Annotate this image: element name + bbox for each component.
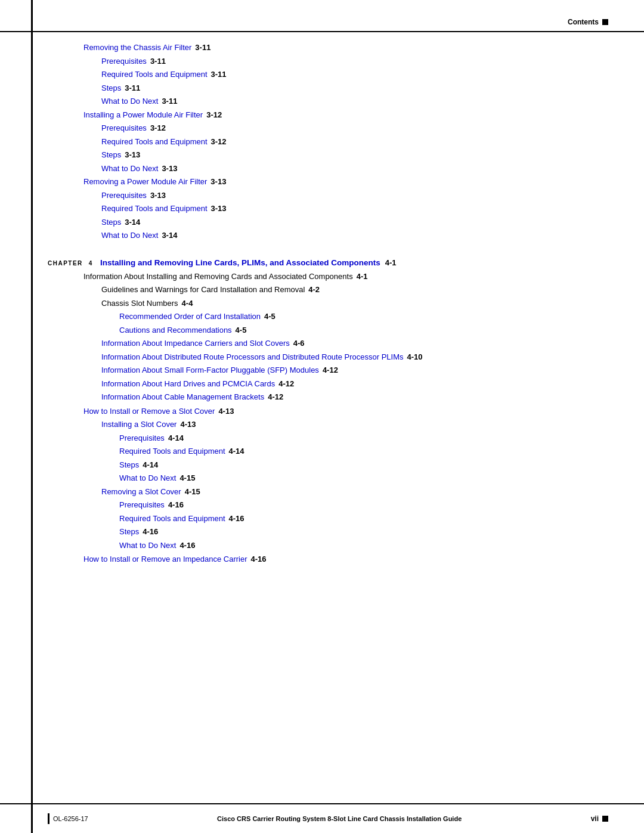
footer-title: Cisco CRS Carrier Routing System 8-Slot … <box>88 815 591 822</box>
toc-link-impedance-carriers[interactable]: Information About Impedance Carriers and… <box>101 337 290 349</box>
top-border <box>0 31 644 32</box>
footer-left-bar-icon <box>48 813 49 824</box>
toc-num-whatnext-3: 3-14 <box>162 230 177 241</box>
toc-entry-whatnext-5: What to Do Next 4-16 <box>119 540 608 552</box>
toc-link-prereq-3[interactable]: Prerequisites <box>101 190 147 202</box>
toc-entry-slot-cover-how: How to Install or Remove a Slot Cover 4-… <box>83 405 608 417</box>
toc-link-impedance-how[interactable]: How to Install or Remove an Impedance Ca… <box>83 553 247 565</box>
toc-num-impedance-carriers: 4-6 <box>293 337 305 349</box>
toc-num-recommended-order: 4-5 <box>264 311 275 323</box>
toc-entry-sfp: Information About Small Form-Factor Plug… <box>101 364 608 376</box>
toc-entry-removing-chassis-air-filter: Removing the Chassis Air Filter 3-11 <box>83 42 608 54</box>
toc-num-steps-2: 3-13 <box>125 149 140 161</box>
toc-num-steps-1: 3-11 <box>125 82 140 94</box>
toc-entry-recommended-order: Recommended Order of Card Installation 4… <box>119 311 608 323</box>
toc-entry-drp: Information About Distributed Route Proc… <box>101 351 608 363</box>
toc-num-prereq-3: 3-13 <box>150 190 166 202</box>
toc-link-steps-5[interactable]: Steps <box>119 526 139 538</box>
toc-entry-prereq-1: Prerequisites 3-11 <box>101 55 608 67</box>
toc-entry-tools-1: Required Tools and Equipment 3-11 <box>101 69 608 80</box>
toc-link-removing-chassis-air-filter[interactable]: Removing the Chassis Air Filter <box>83 42 191 54</box>
toc-num-impedance-how: 4-16 <box>251 553 267 565</box>
toc-link-sfp[interactable]: Information About Small Form-Factor Plug… <box>101 364 319 376</box>
toc-entry-prereq-3: Prerequisites 3-13 <box>101 190 608 202</box>
toc-link-steps-2[interactable]: Steps <box>101 149 121 161</box>
footer-left: OL-6256-17 <box>48 813 88 824</box>
toc-link-steps-1[interactable]: Steps <box>101 82 121 94</box>
toc-num-prereq-5: 4-16 <box>168 499 184 511</box>
toc-entry-tools-5: Required Tools and Equipment 4-16 <box>119 513 608 525</box>
toc-entry-whatnext-4: What to Do Next 4-15 <box>119 472 608 484</box>
toc-link-slot-cover-how[interactable]: How to Install or Remove a Slot Cover <box>83 405 215 417</box>
toc-link-cable-mgmt[interactable]: Information About Cable Management Brack… <box>101 391 264 403</box>
toc-num-cautions: 4-5 <box>236 324 247 336</box>
toc-num-prereq-1: 3-11 <box>150 55 166 67</box>
toc-link-whatnext-4[interactable]: What to Do Next <box>119 472 176 484</box>
toc-entry-whatnext-1: What to Do Next 3-11 <box>101 95 608 107</box>
toc-link-tools-4[interactable]: Required Tools and Equipment <box>119 445 225 457</box>
toc-link-remove-pm-filter[interactable]: Removing a Power Module Air Filter <box>83 176 207 188</box>
toc-link-tools-5[interactable]: Required Tools and Equipment <box>119 513 225 525</box>
toc-link-recommended-order[interactable]: Recommended Order of Card Installation <box>119 311 261 323</box>
chapter-4-title[interactable]: Installing and Removing Line Cards, PLIM… <box>100 258 380 267</box>
toc-text-guidelines: Guidelines and Warnings for Card Install… <box>101 284 305 296</box>
toc-chapter4: Information About Installing and Removin… <box>48 271 608 565</box>
footer-square-icon <box>602 816 608 822</box>
toc-link-install-pm-filter[interactable]: Installing a Power Module Air Filter <box>83 109 203 121</box>
toc-link-prereq-5[interactable]: Prerequisites <box>119 499 165 511</box>
toc-entry-prereq-4: Prerequisites 4-14 <box>119 432 608 444</box>
toc-link-prereq-1[interactable]: Prerequisites <box>101 55 147 67</box>
toc-entry-impedance-carriers: Information About Impedance Carriers and… <box>101 337 608 349</box>
toc-entry-tools-4: Required Tools and Equipment 4-14 <box>119 445 608 457</box>
toc-num-remove-slot-cover: 4-15 <box>185 486 200 498</box>
contents-text: Contents <box>568 18 599 26</box>
toc-entry-prereq-5: Prerequisites 4-16 <box>119 499 608 511</box>
toc-entry-steps-5: Steps 4-16 <box>119 526 608 538</box>
toc-link-tools-2[interactable]: Required Tools and Equipment <box>101 136 208 148</box>
toc-num-steps-3: 3-14 <box>125 216 140 228</box>
toc-link-remove-slot-cover[interactable]: Removing a Slot Cover <box>101 486 181 498</box>
contents-square-icon <box>602 19 608 25</box>
toc-link-cautions[interactable]: Cautions and Recommendations <box>119 324 232 336</box>
toc-link-steps-4[interactable]: Steps <box>119 459 139 471</box>
toc-link-hard-drives[interactable]: Information About Hard Drives and PCMCIA… <box>101 378 275 390</box>
toc-num-steps-4: 4-14 <box>143 459 158 471</box>
toc-link-whatnext-1[interactable]: What to Do Next <box>101 95 158 107</box>
footer-page-number: vii <box>591 815 599 823</box>
toc-num-tools-2: 3-12 <box>211 136 227 148</box>
toc-num-whatnext-4: 4-15 <box>179 472 195 484</box>
toc-num-tools-3: 3-13 <box>211 203 227 215</box>
chapter-4-page: 4-1 <box>385 258 397 267</box>
toc-link-whatnext-3[interactable]: What to Do Next <box>101 230 158 241</box>
toc-num-whatnext-1: 3-11 <box>162 95 177 107</box>
toc-entry-guidelines: Guidelines and Warnings for Card Install… <box>101 284 608 296</box>
toc-num-tools-4: 4-14 <box>229 445 244 457</box>
toc-num-install-slot-cover: 4-13 <box>180 419 196 431</box>
toc-link-tools-3[interactable]: Required Tools and Equipment <box>101 203 208 215</box>
toc-link-prereq-4[interactable]: Prerequisites <box>119 432 165 444</box>
toc-link-drp[interactable]: Information About Distributed Route Proc… <box>101 351 404 363</box>
header-contents-label: Contents <box>568 18 608 26</box>
chapter-label: CHAPTER <box>48 260 83 267</box>
toc-entry-steps-4: Steps 4-14 <box>119 459 608 471</box>
toc-link-whatnext-5[interactable]: What to Do Next <box>119 540 176 552</box>
chapter-number: 4 <box>89 260 93 267</box>
toc-link-steps-3[interactable]: Steps <box>101 216 121 228</box>
toc-num-install-pm-filter: 3-12 <box>206 109 222 121</box>
toc-entry-prereq-2: Prerequisites 3-12 <box>101 122 608 134</box>
toc-link-tools-1[interactable]: Required Tools and Equipment <box>101 69 208 80</box>
toc-link-install-slot-cover[interactable]: Installing a Slot Cover <box>101 419 177 431</box>
toc-entry-install-pm-filter: Installing a Power Module Air Filter 3-1… <box>83 109 608 121</box>
toc-num-remove-pm-filter: 3-13 <box>210 176 226 188</box>
left-border-bar <box>31 0 33 833</box>
toc-text-chassis-slots: Chassis Slot Numbers <box>101 298 178 309</box>
toc-link-whatnext-2[interactable]: What to Do Next <box>101 163 158 175</box>
toc-num-tools-5: 4-16 <box>229 513 244 525</box>
content-area: Removing the Chassis Air Filter 3-11 Pre… <box>48 42 608 797</box>
toc-link-prereq-2[interactable]: Prerequisites <box>101 122 147 134</box>
toc-entry-steps-2: Steps 3-13 <box>101 149 608 161</box>
toc-num-whatnext-2: 3-13 <box>162 163 177 175</box>
toc-num-slot-cover-how: 4-13 <box>218 405 234 417</box>
toc-num-steps-5: 4-16 <box>143 526 158 538</box>
toc-num-prereq-4: 4-14 <box>168 432 184 444</box>
